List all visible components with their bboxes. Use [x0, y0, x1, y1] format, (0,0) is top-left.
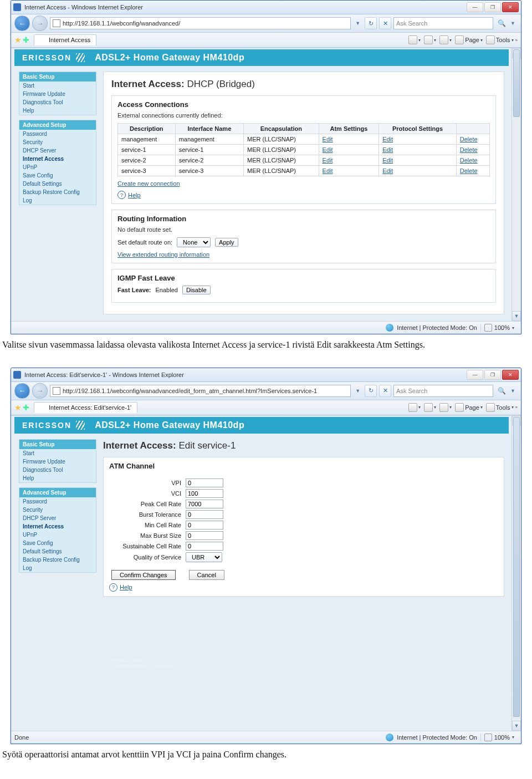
sidebar-item[interactable]: Help — [19, 106, 96, 115]
delete-link[interactable]: Delete — [460, 157, 478, 164]
scroll-down-icon[interactable]: ▼ — [512, 311, 521, 321]
sidebar-item[interactable]: Log — [19, 196, 96, 205]
browser-tab[interactable]: Internet Access: Edit'service-1' — [34, 402, 137, 413]
add-favorites-icon[interactable]: ✚ — [23, 35, 29, 44]
sidebar-item[interactable]: Backup Restore Config — [19, 188, 96, 196]
favorites-icon[interactable]: ★ — [14, 403, 22, 412]
forward-button[interactable]: → — [32, 16, 48, 31]
scroll-down-icon[interactable]: ▼ — [512, 721, 521, 731]
search-box[interactable]: Ask Search — [393, 385, 493, 397]
toolbar-overflow-icon[interactable]: » — [515, 38, 518, 43]
sidebar-item[interactable]: Firmware Update — [19, 90, 96, 98]
edit-atm-link[interactable]: Edit — [323, 136, 333, 142]
stop-button[interactable]: ✕ — [379, 385, 391, 397]
page-menu[interactable]: Page▾ — [453, 35, 484, 44]
confirm-changes-button[interactable]: Confirm Changes — [111, 570, 176, 580]
sidebar-item[interactable]: Default Settings — [19, 547, 96, 556]
sidebar-item[interactable]: Diagnostics Tool — [19, 98, 96, 106]
home-button[interactable]: ▾ — [407, 35, 422, 44]
tools-menu[interactable]: Tools▾ — [484, 403, 515, 412]
sidebar-item[interactable]: Save Config — [19, 539, 96, 547]
disable-button[interactable]: Disable — [182, 286, 211, 294]
search-dropdown-icon[interactable]: ▼ — [508, 388, 518, 394]
help-link[interactable]: Help — [128, 192, 141, 198]
create-connection-link[interactable]: Create new connection — [117, 180, 180, 187]
address-bar[interactable]: http://192.168.1.1/webconfig/wanadvanced… — [50, 385, 351, 397]
tools-menu[interactable]: Tools▾ — [484, 35, 515, 44]
close-button[interactable]: ✕ — [502, 2, 519, 12]
edit-protocol-link[interactable]: Edit — [382, 146, 393, 153]
sidebar-item[interactable]: Password — [19, 130, 96, 138]
browser-tab[interactable]: Internet Access — [34, 34, 96, 45]
qos-select[interactable]: UBR — [186, 552, 222, 562]
toolbar-overflow-icon[interactable]: » — [515, 405, 518, 410]
search-dropdown-icon[interactable]: ▼ — [508, 21, 518, 26]
cancel-button[interactable]: Cancel — [189, 570, 224, 580]
refresh-button[interactable]: ↻ — [365, 385, 377, 397]
sidebar-item[interactable]: Internet Access — [19, 522, 96, 531]
vci-input[interactable] — [186, 489, 223, 498]
maximize-button[interactable]: ❐ — [484, 370, 501, 380]
sidebar-item[interactable]: Start — [19, 82, 96, 90]
search-icon[interactable]: 🔍 — [498, 19, 506, 27]
edit-protocol-link[interactable]: Edit — [382, 136, 393, 142]
sidebar-item[interactable]: Help — [19, 474, 96, 482]
back-button[interactable]: ← — [14, 383, 30, 399]
minimize-button[interactable]: — — [467, 370, 483, 380]
sidebar-item[interactable]: Password — [19, 497, 96, 506]
pcr-input[interactable] — [186, 500, 223, 508]
search-icon[interactable]: 🔍 — [498, 387, 506, 395]
delete-link[interactable]: Delete — [460, 167, 478, 174]
favorites-icon[interactable]: ★ — [14, 35, 22, 44]
mcr-input[interactable] — [186, 521, 223, 529]
scr-input[interactable] — [186, 542, 223, 551]
apply-button[interactable]: Apply — [215, 238, 238, 247]
minimize-button[interactable]: — — [467, 2, 483, 12]
address-dropdown-icon[interactable]: ▼ — [353, 388, 362, 394]
sidebar-item[interactable]: UPnP — [19, 531, 96, 539]
add-favorites-icon[interactable]: ✚ — [23, 403, 29, 412]
help-link[interactable]: Help — [120, 584, 132, 590]
print-button[interactable]: ▾ — [438, 403, 453, 412]
sidebar-item[interactable]: Diagnostics Tool — [19, 466, 96, 474]
feeds-button[interactable]: ▾ — [422, 403, 438, 412]
edit-atm-link[interactable]: Edit — [323, 167, 333, 174]
edit-protocol-link[interactable]: Edit — [382, 167, 393, 174]
sidebar-item[interactable]: Security — [19, 506, 96, 514]
stop-button[interactable]: ✕ — [379, 17, 391, 29]
home-button[interactable]: ▾ — [407, 403, 422, 412]
sidebar-item[interactable]: Default Settings — [19, 180, 96, 188]
address-bar[interactable]: http://192.168.1.1/webconfig/wanadvanced… — [50, 17, 351, 29]
sidebar-item[interactable]: Save Config — [19, 171, 96, 180]
sidebar-item[interactable]: Security — [19, 138, 96, 146]
sidebar-item[interactable]: Start — [19, 449, 96, 457]
mbs-input[interactable] — [186, 531, 223, 540]
sidebar-item[interactable]: DHCP Server — [19, 514, 96, 522]
page-menu[interactable]: Page▾ — [453, 403, 484, 412]
refresh-button[interactable]: ↻ — [365, 17, 377, 29]
scroll-thumb[interactable] — [513, 417, 520, 717]
vpi-input[interactable] — [186, 478, 223, 487]
close-button[interactable]: ✕ — [502, 370, 519, 380]
address-dropdown-icon[interactable]: ▼ — [353, 21, 362, 26]
delete-link[interactable]: Delete — [460, 136, 478, 142]
scrollbar[interactable]: ▲ ▼ — [511, 48, 521, 321]
edit-atm-link[interactable]: Edit — [323, 146, 333, 153]
feeds-button[interactable]: ▾ — [422, 35, 438, 44]
sidebar-item[interactable]: Backup Restore Config — [19, 556, 96, 564]
default-route-select[interactable]: None — [177, 237, 211, 247]
forward-button[interactable]: → — [32, 383, 48, 399]
maximize-button[interactable]: ❐ — [484, 2, 501, 12]
sidebar-item[interactable]: Log — [19, 564, 96, 572]
bt-input[interactable] — [186, 510, 223, 519]
edit-protocol-link[interactable]: Edit — [382, 157, 393, 164]
zoom-control[interactable]: 100% ▾ — [480, 734, 518, 741]
delete-link[interactable]: Delete — [460, 146, 478, 153]
sidebar-item[interactable]: DHCP Server — [19, 146, 96, 155]
sidebar-item[interactable]: Firmware Update — [19, 457, 96, 466]
print-button[interactable]: ▾ — [438, 35, 453, 44]
back-button[interactable]: ← — [14, 16, 30, 31]
edit-atm-link[interactable]: Edit — [323, 157, 333, 164]
scroll-thumb[interactable] — [513, 49, 520, 117]
extended-routing-link[interactable]: View extended routing information — [117, 251, 209, 258]
